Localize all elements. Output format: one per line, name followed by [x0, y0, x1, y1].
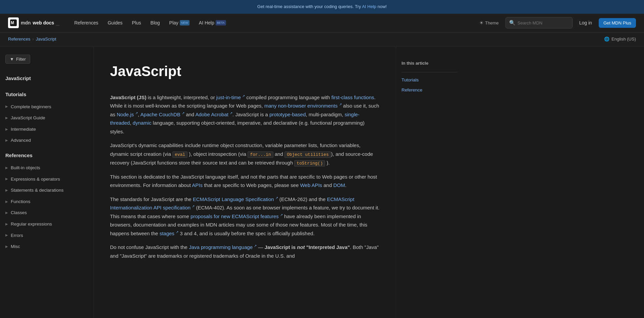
sidebar-item-label: Errors: [11, 232, 23, 239]
breadcrumb-javascript[interactable]: JavaScript: [36, 36, 56, 43]
nav-references[interactable]: References: [70, 17, 102, 28]
main-content: JavaScript JavaScript (JS) is a lightwei…: [94, 47, 396, 318]
sidebar-item-built-in-objects[interactable]: ▶ Built-in objects: [0, 162, 94, 174]
lang-label: English (US): [611, 36, 636, 43]
link-acrobat[interactable]: Adobe Acrobat ↗: [196, 112, 233, 117]
content-body: JavaScript (JS) is a lightweight, interp…: [110, 93, 380, 260]
play-badge: NEW: [180, 20, 190, 25]
link-prototype-based[interactable]: prototype-based: [269, 112, 306, 117]
link-ecmascript[interactable]: ECMAScript Language Specification ↗: [193, 196, 278, 202]
sidebar-item-complete-beginners[interactable]: ▶ Complete beginners: [0, 101, 94, 113]
chevron-icon: ▶: [5, 104, 8, 109]
paragraph-3: This section is dedicated to the JavaScr…: [110, 173, 380, 190]
link-dom[interactable]: DOM: [333, 182, 345, 188]
right-toc: In this article Tutorials Reference: [396, 47, 463, 318]
get-mdn-button[interactable]: Get MDN Plus: [599, 18, 636, 28]
svg-text:M: M: [11, 20, 14, 25]
nav-logo[interactable]: M mdn web docs _: [8, 17, 59, 28]
sidebar-filter-area: ▼ Filter: [0, 52, 94, 69]
sidebar-item-intermediate[interactable]: ▶ Intermediate: [0, 124, 94, 135]
link-dynamic[interactable]: dynamic: [133, 120, 152, 126]
sidebar-item-label: Advanced: [11, 137, 31, 144]
chevron-icon: ▶: [5, 233, 8, 238]
nav-links: References Guides Plus Blog Play NEW AI …: [70, 17, 477, 28]
language-selector[interactable]: 🌐 English (US): [604, 36, 636, 43]
sidebar-item-expressions-operators[interactable]: ▶ Expressions & operators: [0, 174, 94, 185]
toc-item-reference[interactable]: Reference: [401, 85, 458, 95]
sidebar-item-label: Regular expressions: [11, 220, 52, 228]
sidebar-item-errors[interactable]: ▶ Errors: [0, 230, 94, 241]
link-proposals[interactable]: proposals for new ECMAScript features ↗: [191, 213, 283, 219]
nav-ai-help[interactable]: AI Help BETA: [195, 17, 230, 28]
sidebar-item-label: Intermediate: [11, 126, 36, 133]
theme-button[interactable]: ☀ Theme: [477, 19, 501, 27]
toc-item-tutorials[interactable]: Tutorials: [401, 75, 458, 85]
main-nav: M mdn web docs _ References Guides Plus …: [0, 14, 644, 33]
paragraph-5: Do not confuse JavaScript with the Java …: [110, 243, 380, 260]
breadcrumb-references[interactable]: References: [8, 36, 30, 43]
code-eval: eval: [172, 151, 187, 158]
filter-icon: ▼: [10, 57, 14, 62]
link-stages[interactable]: stages ↗: [160, 231, 178, 236]
chevron-icon: ▶: [5, 165, 8, 171]
chevron-icon: ▶: [5, 138, 8, 143]
sidebar-item-label: Built-in objects: [11, 164, 40, 172]
breadcrumb: References › JavaScript: [8, 36, 56, 43]
link-web-apis[interactable]: Web APIs: [300, 182, 322, 188]
link-couchdb[interactable]: Apache CouchDB ↗: [141, 112, 184, 117]
sidebar-item-statements-declarations[interactable]: ▶ Statements & declarations: [0, 185, 94, 196]
code-for-in: for...in: [248, 151, 273, 158]
not-java-statement: JavaScript is not "Interpreted Java": [265, 244, 350, 250]
search-box[interactable]: 🔍: [505, 17, 573, 28]
sidebar-item-advanced[interactable]: ▶ Advanced: [0, 135, 94, 146]
link-nodejs[interactable]: Node.js ↗: [117, 112, 138, 117]
link-first-class[interactable]: first-class functions: [331, 94, 374, 100]
nav-play[interactable]: Play NEW: [165, 17, 194, 28]
ai-help-link[interactable]: AI Help: [362, 4, 376, 9]
sidebar-item-regular-expressions[interactable]: ▶ Regular expressions: [0, 218, 94, 230]
sidebar-section-tutorials-title: Tutorials: [0, 88, 94, 101]
banner-text: Get real-time assistance with your codin…: [257, 4, 362, 9]
globe-icon: 🌐: [604, 36, 609, 43]
paragraph-2: JavaScript's dynamic capabilities includ…: [110, 141, 380, 167]
nav-guides[interactable]: Guides: [104, 17, 126, 28]
breadcrumb-bar: References › JavaScript 🌐 English (US): [0, 33, 644, 47]
search-icon: 🔍: [509, 19, 516, 27]
chevron-icon: ▶: [5, 199, 8, 204]
sidebar-item-classes[interactable]: ▶ Classes: [0, 207, 94, 218]
chevron-icon: ▶: [5, 176, 8, 182]
link-java-lang[interactable]: Java programming language ↗: [189, 244, 257, 250]
chevron-icon: ▶: [5, 115, 8, 121]
sidebar-item-label: Statements & declarations: [11, 187, 64, 194]
sidebar-item-label: Misc: [11, 243, 20, 250]
sidebar: ▼ Filter JavaScript Tutorials ▶ Complete…: [0, 47, 94, 318]
nav-plus[interactable]: Plus: [128, 17, 145, 28]
paragraph-1: JavaScript (JS) is a lightweight, interp…: [110, 93, 380, 136]
filter-label: Filter: [16, 57, 26, 62]
link-jit[interactable]: just-in-time ↗: [216, 94, 245, 100]
sidebar-section-references-title: References: [0, 149, 94, 162]
code-object-utilities: Object utilities: [284, 151, 331, 158]
sidebar-item-functions[interactable]: ▶ Functions: [0, 196, 94, 207]
link-apis[interactable]: APIs: [192, 182, 203, 188]
login-button[interactable]: Log in: [577, 19, 595, 27]
sidebar-item-label: Complete beginners: [11, 103, 51, 111]
logo-text2: web docs: [33, 19, 54, 26]
sidebar-item-label: Classes: [11, 209, 27, 216]
toc-divider: [401, 72, 458, 72]
sidebar-item-js-guide[interactable]: ▶ JavaScript Guide: [0, 112, 94, 124]
sidebar-item-misc[interactable]: ▶ Misc: [0, 241, 94, 252]
page-layout: ▼ Filter JavaScript Tutorials ▶ Complete…: [0, 47, 644, 318]
page-title: JavaScript: [110, 60, 380, 82]
toc-title: In this article: [401, 60, 458, 67]
ai-help-badge: BETA: [216, 20, 226, 25]
chevron-icon: ▶: [5, 221, 8, 227]
link-non-browser[interactable]: many non-browser environments ↗: [264, 103, 342, 109]
nav-actions: ☀ Theme 🔍 Log in Get MDN Plus: [477, 17, 636, 28]
search-input[interactable]: [518, 20, 569, 25]
chevron-icon: ▶: [5, 127, 8, 132]
chevron-icon: ▶: [5, 210, 8, 215]
filter-button[interactable]: ▼ Filter: [5, 55, 30, 64]
sidebar-item-label: Functions: [11, 198, 31, 205]
nav-blog[interactable]: Blog: [147, 17, 164, 28]
